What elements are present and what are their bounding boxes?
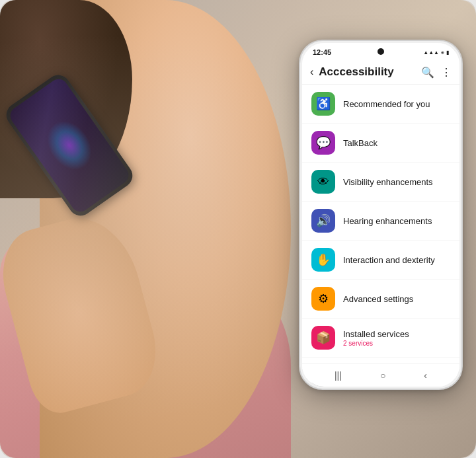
- search-icon[interactable]: 🔍: [421, 66, 434, 79]
- installed-sublabel: 2 services: [343, 340, 450, 347]
- interaction-icon: ✋: [311, 248, 335, 272]
- interaction-label: Interaction and dexterity: [343, 255, 450, 265]
- outer-container: 12:45 ▲▲▲ ⎈ ▮ ‹ Acccessibility 🔍 ⋮ ♿Reco…: [0, 0, 476, 458]
- advanced-label: Advanced settings: [343, 294, 450, 304]
- visibility-icon: 👁: [311, 170, 335, 194]
- menu-item-visibility[interactable]: 👁Visibility enhancements: [302, 163, 459, 202]
- recommended-text-block: Recommended for you: [343, 99, 450, 109]
- wifi-icon: ⎈: [441, 50, 444, 56]
- phone-inner: 12:45 ▲▲▲ ⎈ ▮ ‹ Acccessibility 🔍 ⋮ ♿Reco…: [302, 43, 459, 387]
- talkback-text-block: TalkBack: [343, 138, 450, 148]
- advanced-icon: ⚙: [311, 287, 335, 311]
- camera-notch: [377, 48, 384, 55]
- installed-label: Installed services: [343, 329, 450, 339]
- talkback-icon: 💬: [311, 131, 335, 155]
- visibility-text-block: Visibility enhancements: [343, 177, 450, 187]
- menu-item-recommended[interactable]: ♿Recommended for you: [302, 85, 459, 124]
- status-icons: ▲▲▲ ⎈ ▮: [423, 50, 449, 56]
- more-options-icon[interactable]: ⋮: [441, 66, 452, 79]
- home-button[interactable]: ○: [372, 367, 393, 383]
- page-title: Acccessibility: [319, 65, 416, 79]
- installed-text-block: Installed services2 services: [343, 329, 450, 347]
- phone-mockup: 12:45 ▲▲▲ ⎈ ▮ ‹ Acccessibility 🔍 ⋮ ♿Reco…: [299, 40, 463, 390]
- bottom-nav: ||| ○ ‹: [302, 363, 459, 387]
- battery-icon: ▮: [446, 50, 449, 56]
- recommended-label: Recommended for you: [343, 99, 450, 109]
- back-nav-button[interactable]: ‹: [416, 367, 435, 383]
- back-button[interactable]: ‹: [310, 66, 313, 78]
- header-actions: 🔍 ⋮: [421, 66, 452, 79]
- menu-item-advanced[interactable]: ⚙Advanced settings: [302, 280, 459, 319]
- hearing-icon: 🔊: [311, 209, 335, 233]
- recommended-icon: ♿: [311, 92, 335, 116]
- visibility-label: Visibility enhancements: [343, 177, 450, 187]
- installed-icon: 📦: [311, 326, 335, 350]
- advanced-text-block: Advanced settings: [343, 294, 450, 304]
- screen-glow: [38, 112, 100, 178]
- recent-apps-button[interactable]: |||: [327, 367, 350, 383]
- hearing-text-block: Hearing enhancements: [343, 216, 450, 226]
- menu-list: ♿Recommended for you💬TalkBack👁Visibility…: [302, 85, 459, 387]
- talkback-label: TalkBack: [343, 138, 450, 148]
- menu-item-interaction[interactable]: ✋Interaction and dexterity: [302, 241, 459, 280]
- status-time: 12:45: [313, 48, 331, 56]
- signal-icon: ▲▲▲: [423, 50, 439, 56]
- menu-item-hearing[interactable]: 🔊Hearing enhancements: [302, 202, 459, 241]
- interaction-text-block: Interaction and dexterity: [343, 255, 450, 265]
- hearing-label: Hearing enhancements: [343, 216, 450, 226]
- header-bar: ‹ Acccessibility 🔍 ⋮: [302, 61, 459, 85]
- menu-item-installed[interactable]: 📦Installed services2 services: [302, 319, 459, 358]
- menu-item-talkback[interactable]: 💬TalkBack: [302, 124, 459, 163]
